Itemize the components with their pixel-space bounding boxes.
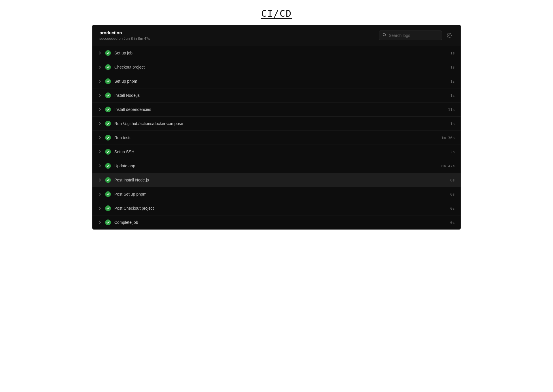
svg-line-1 — [385, 35, 386, 36]
step-left: Post Set up pnpm — [98, 191, 146, 197]
success-icon — [105, 149, 111, 155]
step-left: Checkout project — [98, 64, 145, 70]
step-name: Post Checkout project — [114, 206, 154, 211]
step-name: Post Set up pnpm — [114, 192, 146, 196]
success-icon — [105, 163, 111, 169]
step-name: Complete job — [114, 220, 138, 225]
step-name: Run tests — [114, 135, 131, 140]
step-left: Update app — [98, 163, 135, 169]
step-duration: 1s — [450, 122, 455, 126]
step-name: Run /./.github/actions/docker-compose — [114, 121, 183, 126]
step-row[interactable]: Run /./.github/actions/docker-compose 1s — [92, 117, 461, 131]
search-input[interactable] — [389, 33, 438, 38]
chevron-right-icon — [98, 207, 102, 210]
step-left: Set up job — [98, 50, 132, 56]
step-row[interactable]: Update app 6m 47s — [92, 159, 461, 173]
step-left: Run /./.github/actions/docker-compose — [98, 121, 183, 126]
step-row[interactable]: Post Set up pnpm 0s — [92, 187, 461, 201]
svg-point-2 — [449, 35, 450, 36]
step-duration: 0s — [450, 220, 455, 225]
step-left: Install dependencies — [98, 107, 151, 112]
step-row[interactable]: Install dependencies 11s — [92, 103, 461, 117]
step-duration: 1s — [450, 93, 455, 98]
step-row[interactable]: Set up job 1s — [92, 46, 461, 60]
chevron-right-icon — [98, 178, 102, 182]
steps-list: Set up job 1s Checkout project 1s — [92, 46, 461, 229]
settings-button[interactable] — [445, 31, 454, 40]
chevron-right-icon — [98, 136, 102, 139]
step-left: Set up pnpm — [98, 78, 137, 84]
search-icon — [382, 33, 387, 38]
success-icon — [105, 205, 111, 211]
success-icon — [105, 121, 111, 126]
success-icon — [105, 50, 111, 56]
success-icon — [105, 78, 111, 84]
step-name: Post Install Node.js — [114, 178, 149, 182]
step-duration: 0s — [450, 192, 455, 196]
step-duration: 2s — [450, 150, 455, 154]
step-row[interactable]: Complete job 0s — [92, 215, 461, 229]
step-duration: 1s — [450, 79, 455, 84]
step-duration: 1m 36s — [441, 136, 455, 140]
success-icon — [105, 64, 111, 70]
step-row[interactable]: Set up pnpm 1s — [92, 74, 461, 88]
job-status: succeeded on Jun 8 in 8m 47s — [99, 36, 150, 41]
step-name: Set up pnpm — [114, 79, 137, 84]
chevron-right-icon — [98, 164, 102, 168]
chevron-right-icon — [98, 192, 102, 196]
chevron-right-icon — [98, 221, 102, 224]
success-icon — [105, 107, 111, 112]
step-left: Complete job — [98, 219, 138, 225]
job-header: production succeeded on Jun 8 in 8m 47s — [92, 25, 461, 46]
chevron-right-icon — [98, 79, 102, 83]
step-row[interactable]: Post Install Node.js 0s — [92, 173, 461, 187]
step-left: Post Install Node.js — [98, 177, 149, 183]
job-name: production — [99, 30, 150, 35]
gear-icon — [447, 33, 452, 38]
step-left: Post Checkout project — [98, 205, 154, 211]
search-box[interactable] — [379, 31, 442, 40]
step-name: Set up job — [114, 51, 132, 55]
main-panel: production succeeded on Jun 8 in 8m 47s — [92, 25, 461, 230]
step-row[interactable]: Checkout project 1s — [92, 60, 461, 74]
chevron-right-icon — [98, 51, 102, 55]
step-row[interactable]: Setup SSH 2s — [92, 145, 461, 159]
step-name: Install Node.js — [114, 93, 140, 98]
step-name: Install dependencies — [114, 107, 151, 112]
step-left: Setup SSH — [98, 149, 134, 155]
job-info: production succeeded on Jun 8 in 8m 47s — [99, 30, 150, 41]
success-icon — [105, 92, 111, 98]
step-row[interactable]: Post Checkout project 0s — [92, 201, 461, 215]
step-row[interactable]: Run tests 1m 36s — [92, 131, 461, 145]
step-name: Update app — [114, 164, 135, 168]
chevron-right-icon — [98, 108, 102, 111]
success-icon — [105, 177, 111, 183]
chevron-right-icon — [98, 94, 102, 97]
success-icon — [105, 135, 111, 141]
step-left: Run tests — [98, 135, 131, 141]
chevron-right-icon — [98, 150, 102, 154]
step-duration: 11s — [448, 107, 455, 112]
chevron-right-icon — [98, 122, 102, 125]
step-duration: 1s — [450, 51, 455, 55]
step-duration: 0s — [450, 206, 455, 211]
success-icon — [105, 219, 111, 225]
success-icon — [105, 191, 111, 197]
page-title: CI/CD — [261, 8, 292, 19]
step-duration: 1s — [450, 65, 455, 69]
header-controls — [379, 31, 454, 40]
chevron-right-icon — [98, 65, 102, 69]
step-name: Setup SSH — [114, 149, 134, 154]
step-row[interactable]: Install Node.js 1s — [92, 88, 461, 103]
step-duration: 0s — [450, 178, 455, 182]
step-left: Install Node.js — [98, 92, 140, 98]
step-name: Checkout project — [114, 65, 145, 69]
step-duration: 6m 47s — [441, 164, 455, 168]
